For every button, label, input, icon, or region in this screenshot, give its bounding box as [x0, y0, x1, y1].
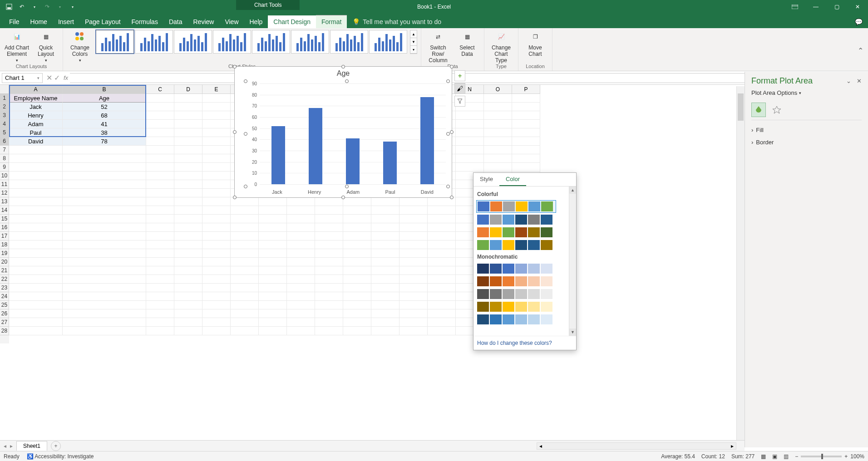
fill-section[interactable]: ›Fill — [751, 124, 862, 136]
tab-data[interactable]: Data — [163, 15, 188, 28]
cell[interactable] — [202, 266, 231, 275]
tab-chart-design[interactable]: Chart Design — [268, 15, 316, 28]
fill-line-tab-icon[interactable] — [751, 103, 766, 117]
cell[interactable] — [428, 266, 456, 275]
color-palette-option[interactable] — [476, 314, 556, 325]
row-header[interactable]: 9 — [0, 163, 9, 172]
cell[interactable] — [259, 318, 287, 327]
cell[interactable] — [63, 292, 146, 301]
cell[interactable] — [512, 94, 540, 103]
cell[interactable] — [315, 275, 343, 284]
sheet-nav-next-icon[interactable]: ▸ — [10, 443, 13, 449]
cell[interactable] — [146, 111, 174, 120]
cell[interactable] — [371, 266, 399, 275]
cell[interactable] — [343, 197, 371, 206]
cell[interactable] — [202, 275, 231, 284]
cell[interactable] — [174, 111, 202, 120]
cell[interactable] — [371, 284, 399, 292]
cell[interactable] — [259, 301, 287, 309]
cell[interactable] — [512, 163, 540, 172]
color-palette-option[interactable] — [476, 226, 556, 238]
cell[interactable]: 38 — [63, 128, 146, 137]
cell[interactable]: Age — [63, 94, 146, 103]
cell[interactable] — [231, 284, 259, 292]
cell[interactable] — [174, 240, 202, 249]
cell[interactable] — [174, 249, 202, 258]
switch-row-column-button[interactable]: ⇄Switch Row/ Column — [425, 30, 451, 64]
chart-style-thumb[interactable] — [96, 30, 134, 54]
cell[interactable] — [371, 223, 399, 232]
cell[interactable] — [202, 163, 231, 172]
qat-customize-icon[interactable]: ▾ — [67, 1, 78, 12]
cell[interactable] — [202, 189, 231, 197]
collapse-ribbon-icon[interactable]: ⌃ — [858, 46, 863, 55]
column-header[interactable]: B — [63, 85, 146, 94]
cell[interactable] — [146, 94, 174, 103]
cell[interactable] — [9, 180, 63, 189]
save-icon[interactable] — [4, 1, 15, 12]
tab-review[interactable]: Review — [188, 15, 220, 28]
cell[interactable]: Employee Name — [9, 94, 63, 103]
cell[interactable] — [202, 94, 231, 103]
cell[interactable] — [146, 266, 174, 275]
cell[interactable] — [174, 94, 202, 103]
cell[interactable] — [428, 249, 456, 258]
cell[interactable]: Adam — [9, 120, 63, 128]
cell[interactable] — [202, 172, 231, 180]
cell[interactable] — [202, 309, 231, 318]
cell[interactable] — [146, 301, 174, 309]
cell[interactable] — [63, 258, 146, 266]
cell[interactable] — [231, 223, 259, 232]
cell[interactable] — [371, 318, 399, 327]
row-header[interactable]: 8 — [0, 154, 9, 163]
cell[interactable] — [399, 275, 428, 284]
cell[interactable] — [512, 146, 540, 154]
cell[interactable] — [428, 284, 456, 292]
row-header[interactable]: 16 — [0, 223, 9, 232]
cell[interactable] — [343, 284, 371, 292]
cell[interactable] — [174, 215, 202, 223]
pane-dropdown-icon[interactable]: ⌄ — [846, 78, 851, 84]
cell[interactable] — [343, 318, 371, 327]
cell[interactable] — [287, 275, 315, 284]
cell[interactable] — [202, 128, 231, 137]
cell[interactable] — [315, 318, 343, 327]
cell[interactable] — [399, 223, 428, 232]
chart-filters-button[interactable] — [454, 96, 465, 107]
cell[interactable] — [202, 103, 231, 111]
minimize-icon[interactable]: — — [805, 0, 826, 14]
cell[interactable] — [63, 146, 146, 154]
cell[interactable] — [63, 240, 146, 249]
accessibility-status[interactable]: ♿ Accessibility: Investigate — [27, 453, 94, 460]
cell[interactable] — [202, 146, 231, 154]
cell[interactable] — [287, 327, 315, 335]
cell[interactable] — [63, 189, 146, 197]
cell[interactable] — [63, 301, 146, 309]
cell[interactable] — [174, 232, 202, 240]
effects-tab-icon[interactable] — [769, 103, 784, 117]
cell[interactable] — [428, 301, 456, 309]
cell[interactable] — [259, 215, 287, 223]
cell[interactable] — [343, 240, 371, 249]
new-sheet-button[interactable]: + — [51, 441, 61, 451]
column-header[interactable]: O — [484, 85, 512, 94]
cell[interactable] — [315, 309, 343, 318]
cell[interactable] — [371, 292, 399, 301]
select-all-corner[interactable] — [0, 85, 9, 94]
cell[interactable] — [202, 249, 231, 258]
row-header[interactable]: 27 — [0, 318, 9, 327]
chart-style-thumb[interactable] — [330, 30, 368, 54]
view-page-layout-icon[interactable]: ▣ — [772, 453, 777, 460]
cell[interactable] — [512, 154, 540, 163]
cell[interactable] — [371, 327, 399, 335]
row-header[interactable]: 13 — [0, 197, 9, 206]
sheet-nav-prev-icon[interactable]: ◂ — [4, 443, 6, 449]
cell[interactable] — [9, 163, 63, 172]
cell[interactable] — [9, 189, 63, 197]
cell[interactable] — [174, 284, 202, 292]
cell[interactable]: Henry — [9, 111, 63, 120]
cell[interactable] — [174, 301, 202, 309]
cell[interactable] — [287, 292, 315, 301]
cell[interactable] — [63, 223, 146, 232]
cell[interactable] — [9, 206, 63, 215]
